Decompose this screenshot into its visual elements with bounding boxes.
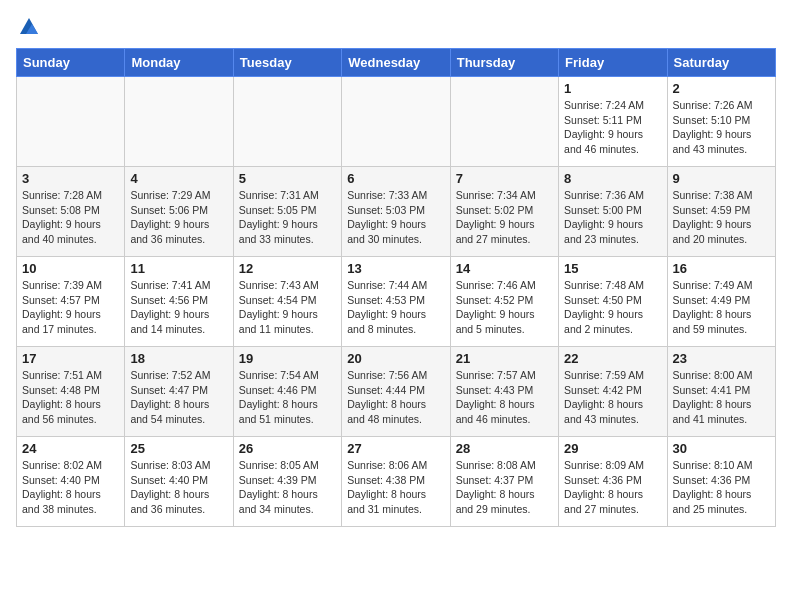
day-number: 1 xyxy=(564,81,661,96)
day-number: 25 xyxy=(130,441,227,456)
calendar-cell: 27Sunrise: 8:06 AM Sunset: 4:38 PM Dayli… xyxy=(342,437,450,527)
header-saturday: Saturday xyxy=(667,49,775,77)
day-info: Sunrise: 8:03 AM Sunset: 4:40 PM Dayligh… xyxy=(130,458,227,517)
day-number: 11 xyxy=(130,261,227,276)
day-number: 2 xyxy=(673,81,770,96)
day-number: 20 xyxy=(347,351,444,366)
day-info: Sunrise: 8:08 AM Sunset: 4:37 PM Dayligh… xyxy=(456,458,553,517)
day-number: 19 xyxy=(239,351,336,366)
calendar-cell: 29Sunrise: 8:09 AM Sunset: 4:36 PM Dayli… xyxy=(559,437,667,527)
day-info: Sunrise: 7:48 AM Sunset: 4:50 PM Dayligh… xyxy=(564,278,661,337)
day-info: Sunrise: 7:31 AM Sunset: 5:05 PM Dayligh… xyxy=(239,188,336,247)
calendar-cell: 8Sunrise: 7:36 AM Sunset: 5:00 PM Daylig… xyxy=(559,167,667,257)
calendar-cell: 19Sunrise: 7:54 AM Sunset: 4:46 PM Dayli… xyxy=(233,347,341,437)
day-number: 16 xyxy=(673,261,770,276)
day-number: 24 xyxy=(22,441,119,456)
calendar-cell: 5Sunrise: 7:31 AM Sunset: 5:05 PM Daylig… xyxy=(233,167,341,257)
day-info: Sunrise: 7:34 AM Sunset: 5:02 PM Dayligh… xyxy=(456,188,553,247)
day-number: 27 xyxy=(347,441,444,456)
day-number: 14 xyxy=(456,261,553,276)
calendar-cell: 2Sunrise: 7:26 AM Sunset: 5:10 PM Daylig… xyxy=(667,77,775,167)
calendar-cell: 4Sunrise: 7:29 AM Sunset: 5:06 PM Daylig… xyxy=(125,167,233,257)
calendar-cell: 23Sunrise: 8:00 AM Sunset: 4:41 PM Dayli… xyxy=(667,347,775,437)
day-number: 18 xyxy=(130,351,227,366)
day-info: Sunrise: 8:09 AM Sunset: 4:36 PM Dayligh… xyxy=(564,458,661,517)
day-info: Sunrise: 8:00 AM Sunset: 4:41 PM Dayligh… xyxy=(673,368,770,427)
day-info: Sunrise: 7:38 AM Sunset: 4:59 PM Dayligh… xyxy=(673,188,770,247)
calendar-cell: 25Sunrise: 8:03 AM Sunset: 4:40 PM Dayli… xyxy=(125,437,233,527)
calendar-cell xyxy=(17,77,125,167)
day-info: Sunrise: 7:56 AM Sunset: 4:44 PM Dayligh… xyxy=(347,368,444,427)
calendar-header-row: SundayMondayTuesdayWednesdayThursdayFrid… xyxy=(17,49,776,77)
calendar-cell: 16Sunrise: 7:49 AM Sunset: 4:49 PM Dayli… xyxy=(667,257,775,347)
logo-icon xyxy=(18,16,40,38)
calendar-cell: 17Sunrise: 7:51 AM Sunset: 4:48 PM Dayli… xyxy=(17,347,125,437)
day-number: 5 xyxy=(239,171,336,186)
calendar-table: SundayMondayTuesdayWednesdayThursdayFrid… xyxy=(16,48,776,527)
calendar-cell: 1Sunrise: 7:24 AM Sunset: 5:11 PM Daylig… xyxy=(559,77,667,167)
calendar-cell: 26Sunrise: 8:05 AM Sunset: 4:39 PM Dayli… xyxy=(233,437,341,527)
day-number: 21 xyxy=(456,351,553,366)
calendar-cell: 6Sunrise: 7:33 AM Sunset: 5:03 PM Daylig… xyxy=(342,167,450,257)
day-info: Sunrise: 7:54 AM Sunset: 4:46 PM Dayligh… xyxy=(239,368,336,427)
calendar-cell: 21Sunrise: 7:57 AM Sunset: 4:43 PM Dayli… xyxy=(450,347,558,437)
day-info: Sunrise: 7:49 AM Sunset: 4:49 PM Dayligh… xyxy=(673,278,770,337)
calendar-cell xyxy=(233,77,341,167)
header-wednesday: Wednesday xyxy=(342,49,450,77)
calendar-cell: 30Sunrise: 8:10 AM Sunset: 4:36 PM Dayli… xyxy=(667,437,775,527)
calendar-cell xyxy=(342,77,450,167)
day-number: 28 xyxy=(456,441,553,456)
day-info: Sunrise: 7:57 AM Sunset: 4:43 PM Dayligh… xyxy=(456,368,553,427)
day-info: Sunrise: 7:29 AM Sunset: 5:06 PM Dayligh… xyxy=(130,188,227,247)
calendar-cell: 24Sunrise: 8:02 AM Sunset: 4:40 PM Dayli… xyxy=(17,437,125,527)
logo xyxy=(16,16,40,38)
day-info: Sunrise: 7:43 AM Sunset: 4:54 PM Dayligh… xyxy=(239,278,336,337)
day-info: Sunrise: 7:36 AM Sunset: 5:00 PM Dayligh… xyxy=(564,188,661,247)
week-row-4: 17Sunrise: 7:51 AM Sunset: 4:48 PM Dayli… xyxy=(17,347,776,437)
day-number: 13 xyxy=(347,261,444,276)
day-info: Sunrise: 8:06 AM Sunset: 4:38 PM Dayligh… xyxy=(347,458,444,517)
header-sunday: Sunday xyxy=(17,49,125,77)
week-row-2: 3Sunrise: 7:28 AM Sunset: 5:08 PM Daylig… xyxy=(17,167,776,257)
calendar-cell xyxy=(125,77,233,167)
day-info: Sunrise: 7:41 AM Sunset: 4:56 PM Dayligh… xyxy=(130,278,227,337)
day-info: Sunrise: 7:44 AM Sunset: 4:53 PM Dayligh… xyxy=(347,278,444,337)
day-info: Sunrise: 7:26 AM Sunset: 5:10 PM Dayligh… xyxy=(673,98,770,157)
day-info: Sunrise: 7:59 AM Sunset: 4:42 PM Dayligh… xyxy=(564,368,661,427)
calendar-cell: 10Sunrise: 7:39 AM Sunset: 4:57 PM Dayli… xyxy=(17,257,125,347)
day-number: 23 xyxy=(673,351,770,366)
day-number: 12 xyxy=(239,261,336,276)
day-info: Sunrise: 8:02 AM Sunset: 4:40 PM Dayligh… xyxy=(22,458,119,517)
day-number: 10 xyxy=(22,261,119,276)
header-thursday: Thursday xyxy=(450,49,558,77)
week-row-1: 1Sunrise: 7:24 AM Sunset: 5:11 PM Daylig… xyxy=(17,77,776,167)
day-number: 4 xyxy=(130,171,227,186)
calendar-cell: 18Sunrise: 7:52 AM Sunset: 4:47 PM Dayli… xyxy=(125,347,233,437)
day-number: 17 xyxy=(22,351,119,366)
header-friday: Friday xyxy=(559,49,667,77)
calendar-cell: 22Sunrise: 7:59 AM Sunset: 4:42 PM Dayli… xyxy=(559,347,667,437)
calendar-cell: 14Sunrise: 7:46 AM Sunset: 4:52 PM Dayli… xyxy=(450,257,558,347)
day-number: 6 xyxy=(347,171,444,186)
day-number: 30 xyxy=(673,441,770,456)
day-number: 22 xyxy=(564,351,661,366)
day-info: Sunrise: 7:33 AM Sunset: 5:03 PM Dayligh… xyxy=(347,188,444,247)
day-info: Sunrise: 7:51 AM Sunset: 4:48 PM Dayligh… xyxy=(22,368,119,427)
calendar-cell xyxy=(450,77,558,167)
calendar-cell: 9Sunrise: 7:38 AM Sunset: 4:59 PM Daylig… xyxy=(667,167,775,257)
calendar-cell: 12Sunrise: 7:43 AM Sunset: 4:54 PM Dayli… xyxy=(233,257,341,347)
day-number: 8 xyxy=(564,171,661,186)
header-monday: Monday xyxy=(125,49,233,77)
calendar-cell: 20Sunrise: 7:56 AM Sunset: 4:44 PM Dayli… xyxy=(342,347,450,437)
day-number: 9 xyxy=(673,171,770,186)
week-row-3: 10Sunrise: 7:39 AM Sunset: 4:57 PM Dayli… xyxy=(17,257,776,347)
day-number: 15 xyxy=(564,261,661,276)
day-number: 3 xyxy=(22,171,119,186)
day-info: Sunrise: 7:39 AM Sunset: 4:57 PM Dayligh… xyxy=(22,278,119,337)
day-number: 29 xyxy=(564,441,661,456)
calendar-cell: 28Sunrise: 8:08 AM Sunset: 4:37 PM Dayli… xyxy=(450,437,558,527)
week-row-5: 24Sunrise: 8:02 AM Sunset: 4:40 PM Dayli… xyxy=(17,437,776,527)
day-info: Sunrise: 8:10 AM Sunset: 4:36 PM Dayligh… xyxy=(673,458,770,517)
calendar-cell: 13Sunrise: 7:44 AM Sunset: 4:53 PM Dayli… xyxy=(342,257,450,347)
day-info: Sunrise: 7:24 AM Sunset: 5:11 PM Dayligh… xyxy=(564,98,661,157)
